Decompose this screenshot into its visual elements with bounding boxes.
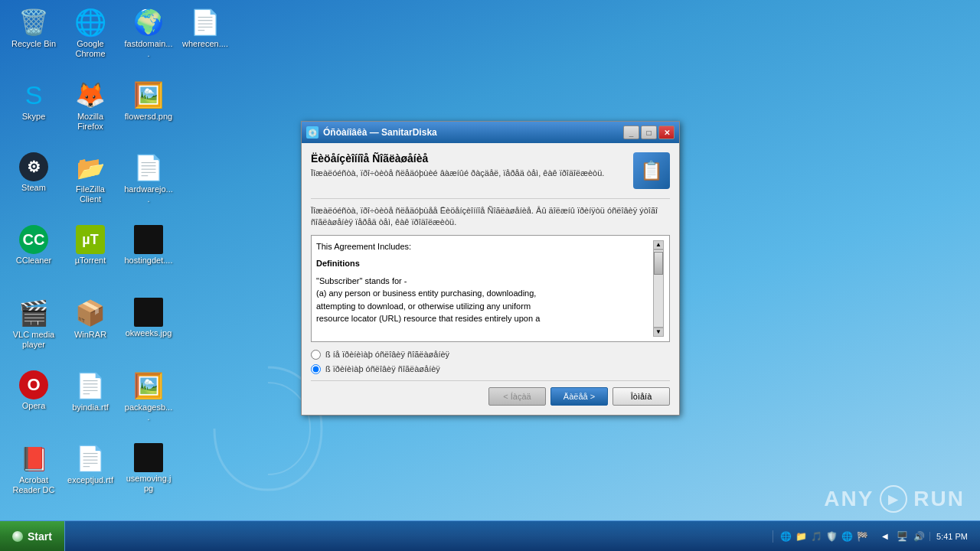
flowersd-icon: 🖼️: [133, 80, 164, 110]
notification-arrow[interactable]: ◀: [879, 530, 891, 543]
dialog-header-text: Ëèöåíçèîííîå Ñîãëàøåíèå Ïîæàëóéñòà, ïðî÷…: [311, 152, 627, 179]
radio-accept-label: ß ïðèíèìàþ óñëîâèÿ ñîãëàøåíèÿ: [325, 364, 440, 373]
icon-acrobat[interactable]: 📕 Acrobat Reader DC: [6, 440, 61, 498]
exceptjud-icon: 📄: [75, 443, 106, 474]
dialog-titlebar: 💿 Óñòàíîâêà — SanitarDiska _ □ ✕: [302, 122, 679, 143]
taskbar-flag-icon[interactable]: 🏁: [856, 530, 868, 543]
dialog-header: Ëèöåíçèîííîå Ñîãëàøåíèå Ïîæàëóéñòà, ïðî÷…: [311, 152, 670, 189]
exceptjud-label: exceptjud.rtf: [67, 475, 113, 485]
mozilla-firefox-icon: 🦊: [75, 80, 106, 110]
start-button[interactable]: Start: [0, 521, 65, 551]
skype-icon: S: [18, 80, 49, 110]
icon-packagesb[interactable]: 🖼️ packagesb....: [121, 367, 176, 425]
icon-google-chrome[interactable]: 🌐 Google Chrome: [63, 4, 118, 62]
icon-hardwarejo[interactable]: 📄 hardwarejo....: [121, 149, 176, 207]
scroll-down-button[interactable]: ▼: [653, 328, 664, 337]
vlc-label: VLC media player: [9, 330, 58, 350]
license-line-6: resource locator (URL) resource that res…: [316, 312, 652, 325]
hostingdet-icon: [134, 225, 163, 254]
radio-accept-option[interactable]: ß ïðèíèìàþ óñëîâèÿ ñîãëàøåíèÿ: [311, 364, 670, 374]
radio-decline-option[interactable]: ß íå ïðèíèìàþ óñëîâèÿ ñîãëàøåíèÿ: [311, 350, 670, 360]
taskbar-tray: 🌐 📁 🎵 🛡️ 🌐 🏁 ◀ 🖥️ 🔊 5:41 PM: [766, 530, 980, 543]
fastdomain-icon: 🌍: [133, 7, 164, 37]
taskbar-browser-icon[interactable]: 🌐: [841, 530, 853, 543]
taskbar-security-icon[interactable]: 🛡️: [825, 530, 838, 543]
icon-utorrent[interactable]: µT µTorrent: [63, 222, 118, 269]
google-chrome-label: Google Chrome: [66, 39, 115, 59]
dialog-body: Ëèöåíçèîííîå Ñîãëàøåíèå Ïîæàëóéñòà, ïðî÷…: [302, 143, 679, 415]
byindia-icon: 📄: [75, 370, 106, 401]
utorrent-icon: µT: [76, 225, 105, 254]
steam-icon: ⚙: [19, 152, 48, 181]
clock-time: 5:41 PM: [936, 532, 968, 541]
next-button[interactable]: Äàëåå >: [550, 387, 608, 406]
taskbar-media-icon[interactable]: 🎵: [810, 530, 822, 543]
acrobat-icon: 📕: [18, 443, 49, 474]
scroll-up-button[interactable]: ▲: [653, 240, 664, 249]
license-text-box[interactable]: This Agreement Includes: Definitions "Su…: [311, 235, 670, 342]
dialog-section-text: Ïîæàëóéñòà, ïðî÷òèòå ñëåäóþùåå Ëèöåíçèîí…: [311, 205, 670, 229]
steam-label: Steam: [21, 183, 46, 193]
scrollbar-thumb[interactable]: [654, 252, 663, 275]
taskbar-ie-icon[interactable]: 🌐: [779, 530, 792, 543]
anyrun-watermark: ANY ▶ RUN: [824, 485, 965, 513]
back-button[interactable]: < Íàçàä: [488, 387, 546, 406]
dialog-title: Óñòàíîâêà — SanitarDiska: [323, 127, 623, 138]
close-button[interactable]: ✕: [658, 126, 675, 139]
system-clock[interactable]: 5:41 PM: [929, 532, 974, 541]
icon-skype[interactable]: S Skype: [6, 77, 61, 125]
hostingdet-label: hostingdet....: [125, 256, 173, 266]
icon-mozilla-firefox[interactable]: 🦊 Mozilla Firefox: [63, 77, 118, 135]
winrar-icon: 📦: [75, 298, 106, 328]
icon-fastdomain[interactable]: 🌍 fastdomain....: [121, 4, 176, 62]
icon-word-doc1[interactable]: 📄 wherecen....: [178, 4, 233, 52]
installer-dialog: 💿 Óñòàíîâêà — SanitarDiska _ □ ✕ Ëèöåíçè…: [301, 121, 680, 416]
anyrun-text2: RUN: [913, 487, 965, 511]
taskbar-volume-icon[interactable]: 🔊: [913, 530, 925, 543]
hardwarejo-label: hardwarejo....: [124, 184, 173, 204]
byindia-label: byindia.rtf: [72, 403, 109, 412]
icon-okweeks[interactable]: okweeks.jpg: [121, 295, 176, 341]
okweeks-label: okweeks.jpg: [126, 328, 172, 338]
icon-byindia[interactable]: 📄 byindia.rtf: [63, 367, 118, 416]
fastdomain-label: fastdomain....: [124, 39, 173, 59]
dialog-buttons: < Íàçàä Äàëåå > Îòìåíà: [311, 380, 670, 406]
radio-accept[interactable]: [311, 364, 321, 374]
acrobat-label: Acrobat Reader DC: [9, 475, 58, 495]
radio-decline[interactable]: [311, 350, 321, 360]
license-scrollbar[interactable]: ▲ ▼: [652, 240, 665, 337]
utorrent-label: µTorrent: [75, 256, 106, 266]
anyrun-text1: ANY: [824, 487, 874, 511]
icon-ccleaner[interactable]: CC CCleaner: [6, 222, 61, 269]
taskbar: Start 🌐 📁 🎵 🛡️ 🌐 🏁 ◀ 🖥️ 🔊 5:41 PM: [0, 520, 980, 551]
start-orb: [12, 531, 23, 542]
minimize-button[interactable]: _: [623, 126, 639, 139]
license-line-3: "Subscriber" stands for -: [316, 275, 652, 288]
icon-vlc[interactable]: 🎬 VLC media player: [6, 295, 61, 353]
icon-usemoving[interactable]: usemoving.jpg: [121, 440, 176, 497]
cancel-button[interactable]: Îòìåíà: [612, 387, 670, 406]
flowersd-label: flowersd.png: [125, 112, 172, 122]
opera-label: Opera: [22, 401, 46, 411]
icon-filezilla[interactable]: 📂 FileZilla Client: [63, 149, 118, 207]
usemoving-label: usemoving.jpg: [124, 474, 173, 494]
mozilla-firefox-label: Mozilla Firefox: [66, 112, 115, 132]
winrar-label: WinRAR: [74, 330, 106, 340]
icon-flowersd[interactable]: 🖼️ flowersd.png: [121, 77, 176, 125]
dialog-divider-top: [311, 198, 670, 199]
ccleaner-icon: CC: [19, 225, 48, 254]
hardwarejo-icon: 📄: [133, 152, 164, 183]
icon-steam[interactable]: ⚙ Steam: [6, 149, 61, 196]
icon-winrar[interactable]: 📦 WinRAR: [63, 295, 118, 343]
icon-recycle-bin[interactable]: 🗑️ Recycle Bin: [6, 4, 61, 52]
icon-opera[interactable]: O Opera: [6, 367, 61, 414]
icon-hostingdet[interactable]: hostingdet....: [121, 222, 176, 269]
maximize-button[interactable]: □: [641, 126, 657, 139]
icon-exceptjud[interactable]: 📄 exceptjud.rtf: [63, 440, 118, 488]
packagesb-label: packagesb....: [124, 403, 173, 422]
taskbar-folder-icon[interactable]: 📁: [795, 530, 807, 543]
dialog-app-icon: 💿: [306, 126, 318, 139]
taskbar-monitor-icon[interactable]: 🖥️: [896, 530, 908, 543]
scrollbar-track[interactable]: [653, 249, 664, 328]
anyrun-play-icon: ▶: [880, 485, 907, 513]
